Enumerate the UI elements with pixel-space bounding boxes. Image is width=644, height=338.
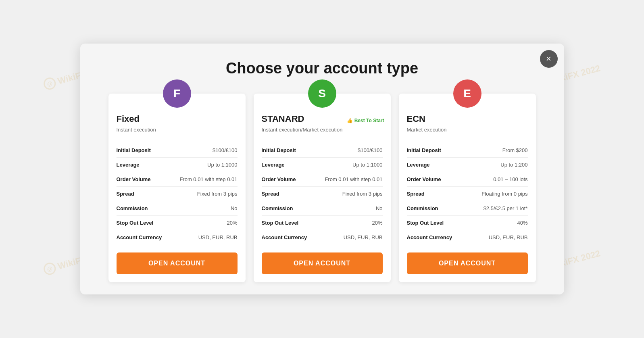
row-label-standard-1: Leverage	[262, 162, 285, 168]
row-value-ecn-1: Up to 1:200	[500, 162, 527, 168]
card-row-standard-2: Order VolumeFrom 0.01 with step 0.01	[262, 172, 383, 186]
row-value-ecn-2: 0.01 – 100 lots	[493, 176, 527, 182]
row-label-standard-5: Stop Out Level	[262, 220, 299, 226]
card-row-ecn-3: SpreadFloating from 0 pips	[407, 186, 528, 201]
row-label-ecn-2: Order Volume	[407, 176, 441, 182]
row-value-fixed-2: From 0.01 with step 0.01	[179, 176, 237, 182]
row-value-standard-3: Fixed from 3 pips	[342, 191, 383, 197]
row-value-standard-2: From 0.01 with step 0.01	[325, 176, 382, 182]
card-name-fixed: Fixed	[117, 114, 238, 124]
row-value-ecn-3: Floating from 0 pips	[481, 191, 527, 197]
open-account-button-standard[interactable]: OPEN ACCOUNT	[262, 252, 383, 274]
card-wrapper-ecn: EECNMarket executionInitial DepositFrom …	[399, 94, 536, 282]
card-wrapper-fixed: FFixedInstant executionInitial Deposit$1…	[108, 94, 246, 282]
card-name-ecn: ECN	[407, 114, 528, 124]
row-label-standard-2: Order Volume	[262, 176, 296, 182]
card-header-fixed: FixedInstant execution	[117, 114, 238, 136]
card-row-standard-6: Account CurrencyUSD, EUR, RUB	[262, 230, 383, 244]
card-icon-standard: S	[308, 79, 336, 108]
open-account-button-ecn[interactable]: OPEN ACCOUNT	[407, 252, 528, 274]
row-label-ecn-0: Initial Deposit	[407, 147, 441, 153]
row-value-standard-1: Up to 1:1000	[352, 162, 382, 168]
card-row-ecn-4: Commission$2.5/€2.5 per 1 lot*	[407, 201, 528, 215]
card-row-fixed-0: Initial Deposit$100/€100	[117, 143, 238, 157]
card-row-fixed-6: Account CurrencyUSD, EUR, RUB	[117, 230, 238, 244]
row-value-fixed-5: 20%	[227, 220, 237, 226]
row-label-ecn-6: Account Currency	[407, 234, 452, 240]
card-row-fixed-3: SpreadFixed from 3 pips	[117, 186, 238, 201]
row-label-fixed-1: Leverage	[117, 162, 140, 168]
card-icon-ecn: E	[453, 79, 481, 108]
card-wrapper-standard: SSTANARDInstant execution/Market executi…	[254, 94, 391, 282]
row-label-fixed-2: Order Volume	[117, 176, 151, 182]
card-row-fixed-1: LeverageUp to 1:1000	[117, 157, 238, 172]
row-label-standard-4: Commission	[262, 205, 293, 211]
card-icon-fixed: F	[163, 79, 191, 108]
close-button[interactable]: ×	[540, 50, 558, 68]
account-type-modal: × Choose your account type FFixedInstant…	[80, 44, 564, 294]
card-subtitle-ecn: Market execution	[407, 126, 528, 134]
open-account-button-fixed[interactable]: OPEN ACCOUNT	[117, 252, 238, 274]
row-value-fixed-6: USD, EUR, RUB	[198, 234, 238, 240]
best-badge-standard: 👍 Best To Start	[347, 118, 384, 123]
card-header-standard: STANARDInstant execution/Market executio…	[262, 114, 383, 136]
card-ecn: ECNMarket executionInitial DepositFrom $…	[399, 94, 536, 282]
card-row-standard-1: LeverageUp to 1:1000	[262, 157, 383, 172]
card-standard: STANARDInstant execution/Market executio…	[254, 94, 391, 282]
card-row-standard-3: SpreadFixed from 3 pips	[262, 186, 383, 201]
cards-container: FFixedInstant executionInitial Deposit$1…	[92, 94, 552, 282]
row-value-standard-0: $100/€100	[358, 147, 382, 153]
card-row-ecn-5: Stop Out Level40%	[407, 215, 528, 230]
card-fixed: FixedInstant executionInitial Deposit$10…	[108, 94, 246, 282]
row-label-fixed-0: Initial Deposit	[117, 147, 151, 153]
row-label-fixed-5: Stop Out Level	[117, 220, 154, 226]
row-label-standard-3: Spread	[262, 191, 279, 197]
row-value-ecn-5: 40%	[517, 220, 527, 226]
card-header-ecn: ECNMarket execution	[407, 114, 528, 136]
row-label-ecn-5: Stop Out Level	[407, 220, 444, 226]
row-value-standard-6: USD, EUR, RUB	[344, 234, 383, 240]
row-label-fixed-3: Spread	[117, 191, 134, 197]
row-label-ecn-3: Spread	[407, 191, 425, 197]
row-value-fixed-4: No	[231, 205, 238, 211]
card-row-ecn-2: Order Volume0.01 – 100 lots	[407, 172, 528, 186]
row-value-fixed-1: Up to 1:1000	[207, 162, 237, 168]
card-row-standard-0: Initial Deposit$100/€100	[262, 143, 383, 157]
card-subtitle-fixed: Instant execution	[117, 126, 238, 134]
row-label-standard-6: Account Currency	[262, 234, 307, 240]
row-value-ecn-6: USD, EUR, RUB	[489, 234, 528, 240]
row-value-standard-5: 20%	[372, 220, 382, 226]
row-label-fixed-4: Commission	[117, 205, 148, 211]
row-value-ecn-0: From $200	[502, 147, 528, 153]
row-label-fixed-6: Account Currency	[117, 234, 162, 240]
row-value-fixed-3: Fixed from 3 pips	[197, 191, 238, 197]
card-subtitle-standard: Instant execution/Market execution	[262, 126, 383, 134]
card-row-standard-4: CommissionNo	[262, 201, 383, 215]
row-value-standard-4: No	[376, 205, 383, 211]
row-value-ecn-4: $2.5/€2.5 per 1 lot*	[484, 205, 528, 211]
row-label-ecn-1: Leverage	[407, 162, 430, 168]
row-label-standard-0: Initial Deposit	[262, 147, 296, 153]
card-row-fixed-4: CommissionNo	[117, 201, 238, 215]
card-row-ecn-1: LeverageUp to 1:200	[407, 157, 528, 172]
card-row-fixed-5: Stop Out Level20%	[117, 215, 238, 230]
card-row-fixed-2: Order VolumeFrom 0.01 with step 0.01	[117, 172, 238, 186]
card-row-standard-5: Stop Out Level20%	[262, 215, 383, 230]
card-row-ecn-6: Account CurrencyUSD, EUR, RUB	[407, 230, 528, 244]
page-title: Choose your account type	[92, 60, 552, 77]
row-label-ecn-4: Commission	[407, 205, 438, 211]
row-value-fixed-0: $100/€100	[213, 147, 237, 153]
card-row-ecn-0: Initial DepositFrom $200	[407, 143, 528, 157]
